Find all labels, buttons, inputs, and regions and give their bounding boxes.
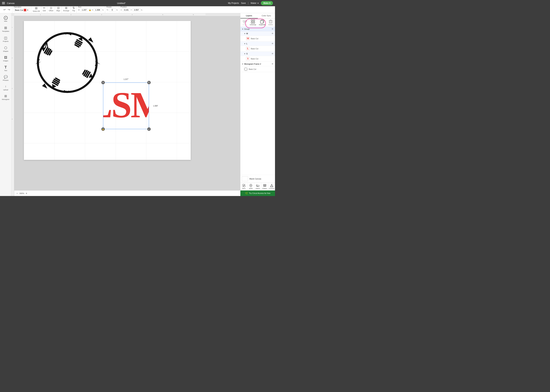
- panel-tabs: Layers Color Sync: [240, 13, 275, 19]
- svg-point-43: [95, 63, 97, 65]
- s-label: S: [246, 53, 271, 55]
- resize-handle[interactable]: ↙: [147, 127, 151, 131]
- redo-button[interactable]: ↪: [7, 8, 11, 12]
- sidebar-item-images[interactable]: 🖼 Images: [0, 54, 11, 63]
- rotate-input[interactable]: [109, 8, 116, 12]
- mf-name: Monogram Frame 2: [244, 63, 271, 65]
- undo-redo-section: ↩ ↪: [1, 6, 12, 13]
- operation-color: [24, 9, 26, 11]
- hamburger-menu[interactable]: [2, 2, 5, 4]
- svg-point-51: [38, 61, 39, 62]
- layers-list: ▼ Group 👁 ▼ M 👁 M Basic Cut ▼ L 👁: [240, 27, 275, 175]
- operation-select[interactable]: Basic Cut ▼: [14, 8, 30, 12]
- duplicate-tool[interactable]: Duplicate: [259, 20, 266, 26]
- offset-icon[interactable]: ⊙: [50, 6, 52, 10]
- m-eye-icon[interactable]: 👁: [272, 32, 274, 35]
- tab-color-sync[interactable]: Color Sync: [258, 13, 275, 18]
- shapes-icon: ⬡: [4, 46, 7, 50]
- monogram-selected[interactable]: 1.237" 1.308" ✕ ↻ 🔒 ↙: [103, 83, 149, 129]
- svg-point-42: [96, 62, 97, 63]
- blank-canvas-row[interactable]: Blank Canvas: [240, 175, 275, 183]
- layer-toolbar: Group UnGroup Duplicate: [240, 19, 275, 27]
- m-subgroup-row[interactable]: ▼ M 👁: [240, 31, 275, 36]
- close-handle[interactable]: ✕: [101, 81, 105, 84]
- up-down-icon: ⇅: [102, 9, 104, 11]
- svg-rect-62: [251, 22, 253, 23]
- m-basic-cut-row[interactable]: M Basic Cut: [240, 36, 275, 42]
- rotate-arrows: ⇅: [116, 9, 118, 11]
- svg-point-44: [95, 65, 96, 66]
- l-eye-icon[interactable]: 👁: [272, 42, 274, 45]
- size-w-input[interactable]: [80, 8, 88, 12]
- flatten-button[interactable]: Flatten: [261, 183, 268, 190]
- weld-button[interactable]: Weld: [247, 183, 254, 190]
- save-button[interactable]: Save: [241, 2, 246, 4]
- l-chevron: ▼: [244, 43, 246, 45]
- group-eye-icon[interactable]: 👁: [272, 28, 274, 30]
- s-basic-cut-row[interactable]: S Basic Cut: [240, 56, 275, 62]
- svg-rect-79: [263, 184, 266, 185]
- sidebar-item-projects[interactable]: ◫ Projects: [0, 35, 11, 44]
- s-eye-icon[interactable]: 👁: [272, 52, 274, 55]
- svg-point-52: [39, 59, 40, 60]
- arrange-icon[interactable]: ⊞: [65, 6, 67, 10]
- undo-button[interactable]: ↩: [3, 8, 7, 12]
- operation-section: Operation Basic Cut ▼: [12, 6, 31, 13]
- width-label: 1.237": [124, 78, 129, 80]
- group-row[interactable]: ▼ Group 👁: [240, 27, 275, 31]
- size-h-input[interactable]: [94, 8, 102, 12]
- operation-value: Basic Cut: [15, 9, 23, 11]
- flip-icon[interactable]: ⇅: [72, 6, 75, 10]
- rotate-section: Rotate ↻ ⇅: [105, 6, 119, 13]
- sidebar-item-upload[interactable]: ↑ Upload: [0, 84, 11, 92]
- sidebar-item-new[interactable]: + New: [0, 14, 11, 24]
- pos-x-input[interactable]: [122, 8, 130, 12]
- mf-basic-cut-label: Basic Cut: [249, 68, 274, 70]
- monogram-svg: LSM: [103, 83, 149, 129]
- chevron-icon: ▼: [27, 9, 28, 11]
- mf-basic-cut-row[interactable]: Basic Cut: [240, 66, 275, 72]
- align-icon[interactable]: ⊟: [57, 6, 59, 10]
- sidebar-item-phrases[interactable]: 💬 Phrases: [0, 74, 11, 83]
- s-chevron: ▼: [244, 53, 246, 55]
- svg-line-76: [242, 184, 245, 187]
- canvas-area[interactable]: 1 2 3 4 5 6 1 2 3 4: [12, 13, 240, 196]
- svg-text:LSM: LSM: [103, 85, 149, 125]
- my-projects-button[interactable]: My Projects: [228, 2, 239, 4]
- monogram-frame-group-row[interactable]: ▼ Monogram Frame 2 👁: [240, 62, 275, 66]
- svg-rect-61: [253, 20, 255, 21]
- delete-tool[interactable]: Delete: [268, 20, 273, 26]
- edit-icon[interactable]: ✏: [43, 6, 45, 10]
- svg-point-46: [66, 91, 68, 93]
- maker-button[interactable]: Maker ▼: [251, 2, 259, 4]
- svg-point-73: [244, 68, 247, 70]
- make-it-button[interactable]: Make It: [261, 1, 273, 5]
- select-all-icon[interactable]: ⊞: [35, 6, 38, 10]
- svg-point-12: [38, 33, 97, 92]
- ungroup-tool[interactable]: UnGroup: [250, 20, 256, 26]
- attach-button[interactable]: Attach: [254, 183, 261, 190]
- contour-button[interactable]: Contour: [268, 183, 275, 190]
- zoom-out-button[interactable]: −: [16, 192, 18, 195]
- templates-icon: ⊞: [4, 26, 7, 30]
- group-icon: [243, 20, 247, 23]
- canvas-content[interactable]: 1.237" 1.308" ✕ ↻ 🔒 ↙: [14, 16, 240, 190]
- images-icon: 🖼: [4, 56, 7, 59]
- s-subgroup-row[interactable]: ▼ S 👁: [240, 52, 275, 56]
- slice-button[interactable]: Slice: [240, 183, 247, 190]
- l-subgroup-row[interactable]: ▼ L 👁: [240, 42, 275, 46]
- lock-handle[interactable]: 🔒: [101, 127, 105, 131]
- rotate-handle[interactable]: ↻: [147, 81, 151, 84]
- sidebar-item-templates[interactable]: ⊞ Templates: [0, 24, 11, 34]
- group-tool[interactable]: Group: [242, 20, 247, 26]
- tab-layers[interactable]: Layers: [240, 13, 258, 18]
- sidebar-item-monogram[interactable]: ⊞ Monogram: [0, 93, 11, 102]
- l-basic-cut-row[interactable]: L Basic Cut: [240, 46, 275, 52]
- sidebar-item-shapes[interactable]: ⬡ Shapes: [0, 44, 11, 54]
- cricut-access-banner[interactable]: 🌿 Try Cricut Access for free: [240, 190, 275, 196]
- pos-y-input[interactable]: [133, 8, 141, 12]
- zoom-in-button[interactable]: +: [26, 192, 27, 195]
- s-basic-cut-label: Basic Cut: [251, 58, 274, 60]
- sidebar-item-text[interactable]: T Text: [0, 64, 11, 73]
- mf-eye-icon[interactable]: 👁: [272, 63, 274, 65]
